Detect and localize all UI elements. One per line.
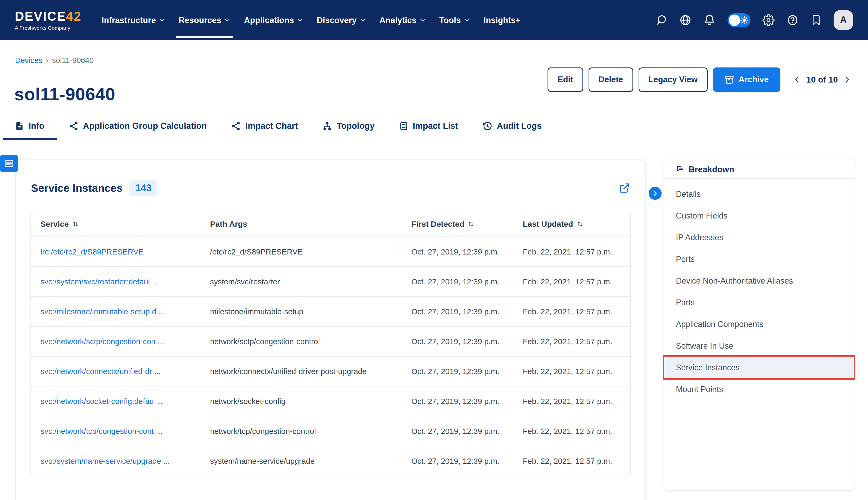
pager-next-icon[interactable] (843, 75, 852, 84)
tab-application-group-calculation[interactable]: Application Group Calculation (57, 112, 219, 140)
sidebar-item-ip-addresses[interactable]: IP Addresses (664, 226, 854, 248)
list-panel-tab[interactable] (0, 155, 18, 172)
last-updated-cell: Feb. 22, 2021, 12:57 p.m. (514, 297, 630, 327)
nav-item-insights[interactable]: Insights+ (477, 0, 527, 40)
pager-label: 10 of 10 (806, 75, 838, 85)
chevron-down-icon (159, 18, 165, 22)
table-row: svc:/network/socket-config:defau ... net… (31, 386, 630, 416)
legacy-view-button[interactable]: Legacy View (639, 67, 708, 92)
sidebar-item-device-non-authoritative-aliases[interactable]: Device Non-Authoritative Aliases (664, 270, 854, 292)
service-link[interactable]: svc:/network/connectx/unified-dr ... (41, 367, 161, 376)
sidebar-collapse-button[interactable] (649, 187, 662, 200)
tab-label: Topology (337, 121, 375, 131)
globe-icon[interactable] (679, 14, 691, 26)
last-updated-cell: Feb. 22, 2021, 12:57 p.m. (514, 386, 630, 416)
settings-gear-icon[interactable] (763, 14, 775, 26)
history-clock-icon (482, 121, 492, 131)
chevron-down-icon (360, 18, 366, 22)
bookmark-icon[interactable] (811, 14, 822, 26)
breadcrumb-devices-link[interactable]: Devices (15, 56, 42, 65)
sidebar-item-parts[interactable]: Parts (664, 292, 854, 313)
notifications-bell-icon[interactable] (703, 14, 715, 26)
table-row: svc:/network/connectx/unified-dr ... net… (31, 356, 630, 386)
last-updated-cell: Feb. 22, 2021, 12:57 p.m. (514, 327, 630, 356)
sidebar-item-details[interactable]: Details (664, 183, 854, 205)
user-avatar[interactable]: A (834, 10, 853, 30)
sidebar-item-custom-fields[interactable]: Custom Fields (664, 205, 854, 226)
breadcrumb-separator: › (46, 56, 48, 65)
table-row: svc:/milestone/immutable-setup:d ... mil… (31, 297, 630, 327)
record-pager: 10 of 10 (792, 75, 852, 85)
path-args-cell: /etc/rc2_d/S89PRESERVE (201, 237, 402, 267)
edit-button[interactable]: Edit (548, 67, 583, 92)
service-link[interactable]: svc:/system/name-service/upgrade ... (41, 457, 170, 465)
tab-topology[interactable]: Topology (310, 112, 387, 140)
nav-item-resources[interactable]: Resources (172, 0, 237, 40)
last-updated-cell: Feb. 22, 2021, 12:57 p.m. (514, 267, 630, 297)
tab-impact-chart[interactable]: Impact Chart (219, 112, 310, 140)
device42-logo[interactable]: DEVICE42 A Freshworks Company (15, 10, 81, 31)
tab-audit-logs[interactable]: Audit Logs (470, 112, 554, 140)
column-header-last-updated[interactable]: Last Updated (514, 212, 630, 237)
column-label: Path Args (210, 219, 247, 229)
theme-toggle[interactable] (728, 13, 751, 27)
help-icon[interactable] (787, 14, 799, 26)
service-link[interactable]: svc:/network/tcp/congestion-cont ... (41, 427, 162, 435)
service-link[interactable]: svc:/network/socket-config:defau ... (41, 397, 162, 406)
panel-title: Service Instances (31, 182, 123, 194)
tab-label: Impact Chart (245, 121, 298, 131)
nav-item-analytics[interactable]: Analytics (373, 0, 432, 40)
list-box-icon (399, 122, 408, 131)
chevron-right-icon (651, 190, 659, 197)
table-header-row: Service Path Args First Detected Last Up… (31, 212, 630, 237)
logo-text: DEVICE42 (15, 10, 81, 23)
column-header-path-args[interactable]: Path Args (201, 212, 402, 237)
nav-item-discovery[interactable]: Discovery (310, 0, 373, 40)
delete-button[interactable]: Delete (588, 67, 633, 92)
first-detected-cell: Oct. 27, 2019, 12:39 p.m. (402, 237, 513, 267)
pager-prev-icon[interactable] (792, 75, 802, 84)
column-label: Last Updated (523, 219, 573, 229)
archive-icon (724, 75, 734, 84)
service-link[interactable]: lrc:/etc/rc2_d/S89PRESERVE (41, 247, 144, 256)
page-body: Devices › sol11-90640 sol11-90640 Edit D… (0, 40, 868, 500)
top-navbar: DEVICE42 A Freshworks Company Infrastruc… (0, 0, 868, 40)
external-link-icon[interactable] (619, 183, 630, 194)
count-badge: 143 (129, 180, 157, 196)
nav-item-infrastructure[interactable]: Infrastructure (95, 0, 172, 40)
tab-info[interactable]: Info (3, 112, 57, 140)
nav-label: Applications (244, 15, 294, 25)
breadcrumb-current: sol11-90640 (52, 56, 93, 65)
last-updated-cell: Feb. 22, 2021, 12:57 p.m. (514, 237, 630, 267)
topology-icon (322, 121, 332, 131)
sidebar-item-mount-points[interactable]: Mount Points (664, 378, 854, 400)
sidebar-item-application-components[interactable]: Application Components (664, 313, 854, 335)
sidebar-item-service-instances[interactable]: Service Instances (664, 356, 854, 378)
tab-label: Audit Logs (497, 121, 542, 131)
network-nodes-icon (231, 121, 241, 131)
archive-label: Archive (739, 75, 769, 84)
search-icon[interactable] (655, 14, 667, 26)
table-row: lrc:/etc/rc2_d/S89PRESERVE /etc/rc2_d/S8… (31, 237, 630, 267)
path-args-cell: network/connectx/unified-driver-post-upg… (201, 356, 402, 386)
tab-impact-list[interactable]: Impact List (387, 112, 471, 140)
service-link[interactable]: svc:/milestone/immutable-setup:d ... (41, 307, 165, 316)
breakdown-tree-icon (676, 165, 684, 173)
tab-label: Application Group Calculation (83, 121, 207, 131)
breakdown-header: Breakdown (664, 158, 854, 175)
service-link[interactable]: svc:/system/svc/restarter:defaul ... (41, 277, 158, 286)
tab-label: Impact List (413, 121, 458, 131)
path-args-cell: system/svc/restarter (201, 267, 402, 297)
sidebar-item-software-in-use[interactable]: Software In Use (664, 335, 854, 356)
column-header-service[interactable]: Service (31, 212, 201, 237)
network-nodes-icon (69, 121, 79, 131)
table-row: svc:/network/sctp/congestion-con ... net… (31, 327, 630, 356)
nav-item-tools[interactable]: Tools (432, 0, 477, 40)
column-header-first-detected[interactable]: First Detected (402, 212, 513, 237)
sidebar-item-ports[interactable]: Ports (664, 248, 854, 270)
service-link[interactable]: svc:/network/sctp/congestion-con ... (41, 337, 164, 346)
archive-button[interactable]: Archive (713, 67, 780, 92)
sort-icon (72, 220, 79, 228)
last-updated-cell: Feb. 22, 2021, 12:57 p.m. (514, 356, 630, 386)
nav-item-applications[interactable]: Applications (237, 0, 310, 40)
